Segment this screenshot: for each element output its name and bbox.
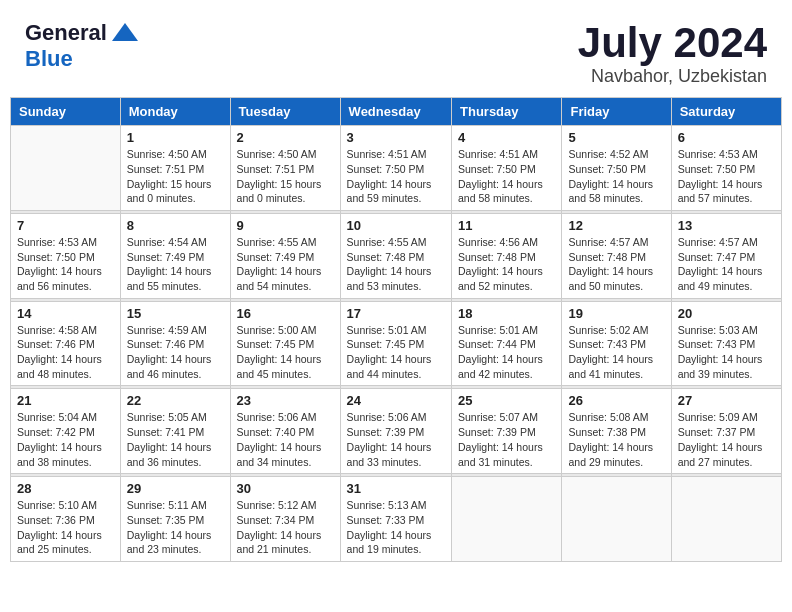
day-info: Sunrise: 5:04 AMSunset: 7:42 PMDaylight:…: [17, 410, 114, 469]
day-number: 31: [347, 481, 445, 496]
calendar-week-row: 1Sunrise: 4:50 AMSunset: 7:51 PMDaylight…: [11, 126, 782, 211]
calendar-cell: 1Sunrise: 4:50 AMSunset: 7:51 PMDaylight…: [120, 126, 230, 211]
calendar-cell: 20Sunrise: 5:03 AMSunset: 7:43 PMDayligh…: [671, 301, 781, 386]
day-number: 13: [678, 218, 775, 233]
calendar-week-row: 28Sunrise: 5:10 AMSunset: 7:36 PMDayligh…: [11, 477, 782, 562]
day-info: Sunrise: 4:50 AMSunset: 7:51 PMDaylight:…: [127, 147, 224, 206]
logo: General Blue: [25, 20, 140, 72]
day-number: 4: [458, 130, 555, 145]
day-info: Sunrise: 5:13 AMSunset: 7:33 PMDaylight:…: [347, 498, 445, 557]
calendar-cell: 27Sunrise: 5:09 AMSunset: 7:37 PMDayligh…: [671, 389, 781, 474]
calendar-cell: 12Sunrise: 4:57 AMSunset: 7:48 PMDayligh…: [562, 213, 671, 298]
calendar-cell: 3Sunrise: 4:51 AMSunset: 7:50 PMDaylight…: [340, 126, 451, 211]
calendar-cell: 25Sunrise: 5:07 AMSunset: 7:39 PMDayligh…: [452, 389, 562, 474]
day-number: 9: [237, 218, 334, 233]
day-number: 1: [127, 130, 224, 145]
svg-marker-0: [112, 23, 138, 41]
day-info: Sunrise: 4:51 AMSunset: 7:50 PMDaylight:…: [347, 147, 445, 206]
weekday-header: Wednesday: [340, 98, 451, 126]
calendar-cell: [562, 477, 671, 562]
day-number: 29: [127, 481, 224, 496]
day-number: 12: [568, 218, 664, 233]
day-info: Sunrise: 4:53 AMSunset: 7:50 PMDaylight:…: [678, 147, 775, 206]
day-info: Sunrise: 5:06 AMSunset: 7:39 PMDaylight:…: [347, 410, 445, 469]
day-info: Sunrise: 5:12 AMSunset: 7:34 PMDaylight:…: [237, 498, 334, 557]
calendar-week-row: 7Sunrise: 4:53 AMSunset: 7:50 PMDaylight…: [11, 213, 782, 298]
calendar-cell: 16Sunrise: 5:00 AMSunset: 7:45 PMDayligh…: [230, 301, 340, 386]
calendar-header-row: SundayMondayTuesdayWednesdayThursdayFrid…: [11, 98, 782, 126]
calendar-cell: 18Sunrise: 5:01 AMSunset: 7:44 PMDayligh…: [452, 301, 562, 386]
day-info: Sunrise: 5:08 AMSunset: 7:38 PMDaylight:…: [568, 410, 664, 469]
day-number: 7: [17, 218, 114, 233]
calendar-cell: 6Sunrise: 4:53 AMSunset: 7:50 PMDaylight…: [671, 126, 781, 211]
day-number: 5: [568, 130, 664, 145]
day-info: Sunrise: 4:55 AMSunset: 7:49 PMDaylight:…: [237, 235, 334, 294]
calendar-cell: 29Sunrise: 5:11 AMSunset: 7:35 PMDayligh…: [120, 477, 230, 562]
day-number: 24: [347, 393, 445, 408]
day-info: Sunrise: 5:09 AMSunset: 7:37 PMDaylight:…: [678, 410, 775, 469]
day-number: 3: [347, 130, 445, 145]
day-number: 22: [127, 393, 224, 408]
day-info: Sunrise: 5:02 AMSunset: 7:43 PMDaylight:…: [568, 323, 664, 382]
calendar-cell: [452, 477, 562, 562]
calendar-cell: [671, 477, 781, 562]
day-info: Sunrise: 4:54 AMSunset: 7:49 PMDaylight:…: [127, 235, 224, 294]
weekday-header: Friday: [562, 98, 671, 126]
logo-icon: [110, 21, 140, 45]
weekday-header: Sunday: [11, 98, 121, 126]
calendar-cell: 23Sunrise: 5:06 AMSunset: 7:40 PMDayligh…: [230, 389, 340, 474]
calendar-cell: 10Sunrise: 4:55 AMSunset: 7:48 PMDayligh…: [340, 213, 451, 298]
calendar-cell: [11, 126, 121, 211]
day-info: Sunrise: 4:57 AMSunset: 7:47 PMDaylight:…: [678, 235, 775, 294]
weekday-header: Saturday: [671, 98, 781, 126]
day-info: Sunrise: 5:07 AMSunset: 7:39 PMDaylight:…: [458, 410, 555, 469]
calendar-cell: 22Sunrise: 5:05 AMSunset: 7:41 PMDayligh…: [120, 389, 230, 474]
day-info: Sunrise: 4:57 AMSunset: 7:48 PMDaylight:…: [568, 235, 664, 294]
day-number: 18: [458, 306, 555, 321]
day-info: Sunrise: 4:53 AMSunset: 7:50 PMDaylight:…: [17, 235, 114, 294]
day-info: Sunrise: 4:52 AMSunset: 7:50 PMDaylight:…: [568, 147, 664, 206]
calendar-cell: 21Sunrise: 5:04 AMSunset: 7:42 PMDayligh…: [11, 389, 121, 474]
day-info: Sunrise: 5:01 AMSunset: 7:44 PMDaylight:…: [458, 323, 555, 382]
day-number: 2: [237, 130, 334, 145]
day-info: Sunrise: 5:11 AMSunset: 7:35 PMDaylight:…: [127, 498, 224, 557]
logo-blue-text: Blue: [25, 46, 73, 71]
day-info: Sunrise: 4:58 AMSunset: 7:46 PMDaylight:…: [17, 323, 114, 382]
day-info: Sunrise: 5:05 AMSunset: 7:41 PMDaylight:…: [127, 410, 224, 469]
calendar-cell: 31Sunrise: 5:13 AMSunset: 7:33 PMDayligh…: [340, 477, 451, 562]
calendar-cell: 9Sunrise: 4:55 AMSunset: 7:49 PMDaylight…: [230, 213, 340, 298]
page-header: General Blue July 2024 Navbahor, Uzbekis…: [10, 10, 782, 92]
day-number: 16: [237, 306, 334, 321]
day-info: Sunrise: 5:03 AMSunset: 7:43 PMDaylight:…: [678, 323, 775, 382]
day-number: 26: [568, 393, 664, 408]
day-number: 28: [17, 481, 114, 496]
day-number: 19: [568, 306, 664, 321]
day-info: Sunrise: 5:01 AMSunset: 7:45 PMDaylight:…: [347, 323, 445, 382]
day-number: 27: [678, 393, 775, 408]
calendar-cell: 30Sunrise: 5:12 AMSunset: 7:34 PMDayligh…: [230, 477, 340, 562]
day-number: 6: [678, 130, 775, 145]
day-number: 20: [678, 306, 775, 321]
logo-general-text: General: [25, 20, 107, 46]
day-info: Sunrise: 5:10 AMSunset: 7:36 PMDaylight:…: [17, 498, 114, 557]
day-info: Sunrise: 4:56 AMSunset: 7:48 PMDaylight:…: [458, 235, 555, 294]
calendar-cell: 17Sunrise: 5:01 AMSunset: 7:45 PMDayligh…: [340, 301, 451, 386]
day-number: 23: [237, 393, 334, 408]
day-number: 25: [458, 393, 555, 408]
day-info: Sunrise: 5:00 AMSunset: 7:45 PMDaylight:…: [237, 323, 334, 382]
day-number: 10: [347, 218, 445, 233]
title-block: July 2024 Navbahor, Uzbekistan: [578, 20, 767, 87]
calendar-cell: 7Sunrise: 4:53 AMSunset: 7:50 PMDaylight…: [11, 213, 121, 298]
weekday-header: Tuesday: [230, 98, 340, 126]
calendar-cell: 11Sunrise: 4:56 AMSunset: 7:48 PMDayligh…: [452, 213, 562, 298]
calendar-cell: 2Sunrise: 4:50 AMSunset: 7:51 PMDaylight…: [230, 126, 340, 211]
calendar-cell: 13Sunrise: 4:57 AMSunset: 7:47 PMDayligh…: [671, 213, 781, 298]
day-number: 15: [127, 306, 224, 321]
calendar-cell: 19Sunrise: 5:02 AMSunset: 7:43 PMDayligh…: [562, 301, 671, 386]
calendar-cell: 24Sunrise: 5:06 AMSunset: 7:39 PMDayligh…: [340, 389, 451, 474]
calendar-cell: 4Sunrise: 4:51 AMSunset: 7:50 PMDaylight…: [452, 126, 562, 211]
day-info: Sunrise: 4:50 AMSunset: 7:51 PMDaylight:…: [237, 147, 334, 206]
day-info: Sunrise: 4:59 AMSunset: 7:46 PMDaylight:…: [127, 323, 224, 382]
calendar-week-row: 21Sunrise: 5:04 AMSunset: 7:42 PMDayligh…: [11, 389, 782, 474]
calendar-cell: 5Sunrise: 4:52 AMSunset: 7:50 PMDaylight…: [562, 126, 671, 211]
